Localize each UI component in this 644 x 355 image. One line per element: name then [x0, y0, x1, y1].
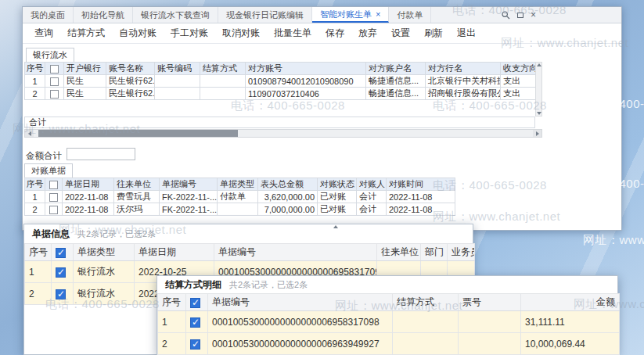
restore-icon[interactable] — [517, 13, 523, 18]
cell-seq: 1 — [25, 261, 52, 283]
recon-docs-section-label: 对账单据 — [24, 163, 73, 178]
batch-generate-button[interactable]: 批量生单 — [267, 27, 318, 40]
row-checkbox[interactable] — [49, 206, 58, 214]
cell-amount: 3,620,000.00 — [258, 191, 318, 203]
cell-seq: 2 — [25, 88, 45, 100]
cell-counter-bank: 北京银行中关村科技园... — [426, 75, 501, 88]
tab-my-desktop[interactable]: 我的桌面 — [23, 7, 74, 23]
settings-button[interactable]: 设置 — [384, 27, 417, 40]
tab-init-nav[interactable]: 初始化导航 — [74, 7, 133, 23]
cell-doc-type: 银行流水 — [74, 261, 135, 283]
settle-detail-titlebar: 结算方式明细 共2条记录，已选2条 — [157, 276, 617, 293]
cell-time: 2022-11-08 — [387, 191, 455, 203]
recon-docs-table: 序号 单据日期 往来单位 单据编号 单据类型 表头总金额 对账状态 对账人 对账… — [24, 178, 455, 216]
collapse-icon[interactable] — [333, 225, 338, 228]
select-all-checkbox[interactable] — [56, 248, 66, 258]
row-checkbox[interactable] — [56, 267, 66, 278]
recon-header-row: 序号 单据日期 往来单位 单据编号 单据类型 表头总金额 对账状态 对账人 对账… — [25, 178, 455, 191]
col-doc-type: 单据类型 — [74, 244, 135, 261]
settle-detail-panel: 结算方式明细 共2条记录，已选2条 序号 单据编号 结算方式 票号 金额 1 — [157, 275, 618, 355]
manual-recon-button[interactable]: 手工对账 — [164, 27, 215, 40]
select-all-checkbox[interactable] — [190, 298, 200, 308]
scroll-right-icon[interactable] — [533, 130, 541, 137]
abandon-button[interactable]: 放弃 — [351, 27, 384, 40]
exit-button[interactable]: 退出 — [450, 27, 483, 40]
cell-amount: 31,111.11 — [521, 311, 620, 333]
recon-row[interactable]: 1 2022-11-08 费雪玩具 FK-2022-11-... 付款单 3,6… — [25, 191, 455, 203]
bank-flow-table: 序号 开户银行 账号名称 账号编码 结算方式 对方账号 对方账户名 对方行名 收… — [24, 62, 535, 100]
cell-amount: 10,000,069.44 — [521, 333, 620, 355]
auto-recon-button[interactable]: 自动对账 — [112, 27, 164, 40]
bank-row[interactable]: 2 民生 民生银行62... 110907037210406 畅捷通信息... … — [25, 88, 536, 100]
tab-smart-recon[interactable]: 智能对账生单 × — [312, 7, 389, 23]
tab-label: 我的桌面 — [31, 9, 65, 21]
select-all-checkbox[interactable] — [49, 181, 58, 189]
cell-amount: 7,000,000.00 — [258, 203, 318, 216]
bank-total-row: 合计 — [24, 117, 535, 128]
bank-horizontal-scrollbar[interactable] — [24, 129, 542, 138]
cell-seq: 1 — [25, 191, 45, 203]
col-settlement: 结算方式 — [200, 63, 246, 75]
cancel-recon-button[interactable]: 取消对账 — [215, 27, 267, 40]
cell-ticket-no — [459, 333, 521, 355]
checkbox-cell — [45, 88, 64, 100]
row-checkbox[interactable] — [50, 77, 59, 86]
cell-account-name: 民生银行62... — [106, 88, 155, 100]
col-doc-no: 单据编号 — [214, 244, 377, 261]
row-checkbox[interactable] — [50, 90, 59, 99]
cell-settlement — [200, 75, 246, 88]
row-checkbox[interactable] — [56, 289, 66, 299]
col-amount: 金额 — [521, 294, 620, 311]
cell-bank: 民生 — [64, 75, 106, 88]
settlement-method-button[interactable]: 结算方式 — [60, 27, 112, 40]
bank-row[interactable]: 1 民生 民生银行62... 0109087940012010908090 畅捷… — [25, 75, 536, 88]
bank-vertical-scrollbar[interactable] — [535, 62, 542, 117]
tab-bar: 我的桌面 初始化导航 银行流水下载查询 现金银行日记账编辑 智能对账生单 × 付… — [23, 7, 621, 23]
scrollbar-track[interactable] — [34, 130, 533, 137]
settle-row[interactable]: 2 00010053000000000000006963949927 10,00… — [158, 333, 620, 355]
checkbox-cell — [186, 333, 208, 355]
amount-total-input[interactable] — [67, 148, 135, 160]
cell-unit: 沃尔玛 — [114, 203, 160, 216]
panel-title: 结算方式明细 — [165, 278, 221, 292]
tab-bank-download[interactable]: 银行流水下载查询 — [133, 7, 218, 23]
cell-bank: 民生 — [64, 88, 106, 100]
bank-header-row: 序号 开户银行 账号名称 账号编码 结算方式 对方账号 对方账户名 对方行名 收… — [25, 63, 536, 75]
row-checkbox[interactable] — [190, 317, 200, 328]
row-checkbox[interactable] — [190, 339, 200, 350]
col-counter-name: 对方账户名 — [366, 63, 426, 75]
col-person: 对账人 — [357, 178, 387, 191]
cell-counter-name: 畅捷通信息... — [366, 75, 426, 88]
save-button[interactable]: 保存 — [318, 27, 351, 40]
cell-settlement — [393, 311, 459, 333]
refresh-button[interactable]: 刷新 — [417, 27, 450, 40]
checkbox-cell — [52, 283, 74, 305]
select-all-checkbox[interactable] — [50, 65, 59, 74]
close-icon[interactable]: × — [531, 10, 536, 20]
tab-cash-journal[interactable]: 现金银行日记账编辑 — [218, 7, 312, 23]
recon-row[interactable]: 2 2022-11-08 沃尔玛 FK-2022-11-... 7,000,00… — [25, 203, 455, 216]
cell-unit: 费雪玩具 — [114, 191, 160, 203]
amount-total-label: 金额合计 — [26, 150, 62, 162]
scrollbar-thumb[interactable] — [38, 130, 238, 137]
settle-row[interactable]: 1 00010053000000000000006958317098 31,11… — [158, 311, 620, 333]
scroll-left-icon[interactable] — [25, 130, 34, 137]
scroll-down-icon[interactable] — [537, 112, 541, 115]
scroll-up-icon[interactable] — [537, 63, 541, 66]
col-seq: 序号 — [25, 63, 45, 75]
cell-doc-type: 付款单 — [218, 191, 258, 203]
search-icon[interactable] — [502, 11, 510, 20]
col-seq: 序号 — [158, 294, 186, 311]
cell-direction: 支出 — [501, 75, 536, 88]
tab-payment[interactable]: 付款单 — [389, 7, 431, 23]
cell-account-code — [155, 75, 200, 88]
cell-account-name: 民生银行62... — [106, 75, 155, 88]
col-seq: 序号 — [25, 244, 52, 261]
select-all-cell — [52, 244, 74, 261]
select-all-cell — [186, 294, 208, 311]
query-button[interactable]: 查询 — [27, 27, 60, 40]
row-checkbox[interactable] — [49, 193, 58, 202]
tab-close-icon[interactable]: × — [376, 9, 380, 19]
cell-seq: 1 — [158, 311, 186, 333]
col-ticket-no: 票号 — [459, 294, 521, 311]
